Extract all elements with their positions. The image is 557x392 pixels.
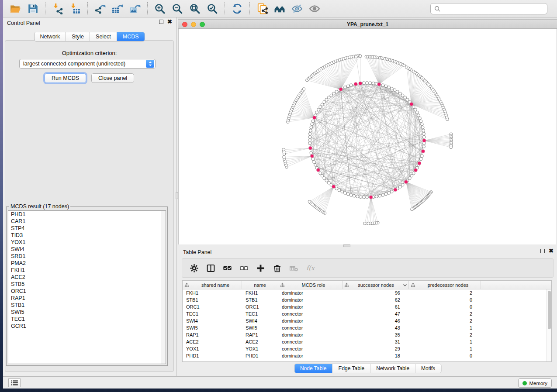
graph-node[interactable] [325, 98, 328, 101]
mcds-result-item[interactable]: TEC1 [8, 316, 166, 323]
mcds-result-item[interactable]: GCR1 [8, 323, 166, 330]
hide-panel-icon[interactable] [291, 2, 304, 15]
column-header-predecessor-nodes[interactable]: predecessor nodes [409, 281, 481, 289]
cell-shared-name[interactable]: ACE2 [183, 338, 242, 345]
graph-node[interactable] [355, 55, 358, 58]
export-table-icon[interactable] [111, 2, 124, 15]
graph-hub-node[interactable] [422, 139, 426, 142]
column-header-MCDS-role[interactable]: MCDS role [278, 281, 343, 289]
cell-shared-name[interactable]: SWI4 [183, 317, 242, 324]
preview-icon[interactable] [308, 2, 321, 15]
cell-shared-name[interactable]: PHD1 [183, 352, 242, 359]
search-input[interactable] [441, 4, 547, 14]
network-titlebar[interactable]: YPA_prune.txt_1 [178, 19, 557, 29]
graph-node[interactable] [308, 132, 311, 135]
cell-shared-name[interactable]: ORC1 [183, 303, 242, 310]
graph-node[interactable] [421, 126, 424, 129]
graph-node[interactable] [330, 94, 333, 97]
graph-node[interactable] [346, 193, 349, 196]
mcds-result-item[interactable]: YOX1 [8, 239, 166, 246]
close-panel-icon[interactable]: ✖ [167, 20, 172, 24]
mcds-result-item[interactable]: RAP1 [8, 295, 166, 302]
clone-network-icon[interactable] [256, 2, 269, 15]
graph-node[interactable] [308, 135, 311, 138]
table-row[interactable]: PHD1PHD1dominator180 [183, 352, 551, 359]
column-header-name[interactable]: name [242, 281, 278, 289]
float-panel-icon[interactable] [159, 20, 163, 24]
cell-predecessor-nodes[interactable]: 2 [409, 331, 481, 338]
graph-node[interactable] [390, 87, 393, 90]
zoom-in-icon[interactable] [153, 2, 166, 15]
tab-network[interactable]: Network [34, 32, 66, 41]
graph-node[interactable] [401, 183, 404, 186]
graph-node[interactable] [384, 85, 387, 88]
cell-name[interactable]: ACE2 [242, 338, 278, 345]
cell-MCDS-role[interactable]: dominator [278, 331, 343, 338]
table-row[interactable]: SWI4SWI4dominator462 [183, 317, 551, 324]
cell-name[interactable]: FKH1 [242, 289, 278, 296]
graph-node[interactable] [282, 148, 285, 151]
cell-shared-name[interactable]: STB1 [183, 296, 242, 303]
graph-node[interactable] [417, 114, 420, 117]
graph-node[interactable] [422, 135, 426, 138]
graph-node[interactable] [359, 55, 362, 58]
binoculars-icon[interactable] [273, 2, 286, 15]
cell-predecessor-nodes[interactable]: 2 [409, 310, 481, 317]
graph-node[interactable] [311, 120, 315, 123]
cell-successor-nodes[interactable]: 96 [343, 289, 409, 296]
refresh-icon[interactable] [231, 2, 244, 15]
graph-node[interactable] [349, 84, 353, 87]
graph-hub-node[interactable] [354, 83, 357, 86]
cell-predecessor-nodes[interactable]: 2 [409, 289, 481, 296]
graph-node[interactable] [406, 98, 409, 101]
tab-select[interactable]: Select [90, 32, 117, 41]
graph-hub-node[interactable] [394, 188, 397, 192]
graph-node[interactable] [408, 177, 411, 180]
graph-node[interactable] [393, 89, 396, 92]
graph-hub-node[interactable] [377, 83, 381, 86]
graph-node[interactable] [327, 96, 330, 99]
delete-icon[interactable] [273, 264, 282, 273]
graph-node[interactable] [356, 195, 359, 198]
cell-predecessor-nodes[interactable]: 1 [409, 345, 481, 352]
cell-MCDS-role[interactable]: connector [278, 338, 343, 345]
graph-node[interactable] [422, 132, 426, 135]
graph-node[interactable] [401, 94, 404, 97]
graph-node[interactable] [302, 88, 305, 91]
tab-network-table[interactable]: Network Table [370, 364, 415, 373]
graph-node[interactable] [398, 92, 401, 95]
cell-predecessor-nodes[interactable]: 2 [409, 317, 481, 324]
cell-successor-nodes[interactable]: 43 [343, 324, 409, 331]
cell-shared-name[interactable]: YOX1 [183, 345, 242, 352]
graph-node[interactable] [419, 120, 422, 123]
graph-hub-node[interactable] [308, 146, 312, 150]
zoom-out-icon[interactable] [171, 2, 184, 15]
table-row[interactable]: ACE2ACE2connector311 [183, 338, 551, 345]
cell-name[interactable]: RAP1 [242, 331, 278, 338]
graph-node[interactable] [390, 190, 393, 193]
graph-node[interactable] [309, 129, 312, 132]
mcds-result-item[interactable]: ORC1 [8, 288, 166, 295]
cell-MCDS-role[interactable]: connector [278, 345, 343, 352]
graph-node[interactable] [310, 126, 313, 129]
graph-node[interactable] [335, 90, 338, 93]
graph-node[interactable] [341, 190, 344, 193]
graph-node[interactable] [372, 82, 375, 85]
graph-hub-node[interactable] [369, 196, 373, 199]
graph-node[interactable] [410, 174, 413, 177]
graph-node[interactable] [421, 123, 424, 126]
table-row[interactable]: FKH1FKH1dominator962 [183, 289, 551, 296]
mcds-result-item[interactable]: SRD1 [8, 253, 166, 260]
graph-node[interactable] [415, 111, 419, 114]
graph-node[interactable] [308, 142, 311, 145]
graph-node[interactable] [366, 82, 369, 85]
tab-style[interactable]: Style [66, 32, 90, 41]
graph-node[interactable] [421, 155, 424, 158]
graph-hub-node[interactable] [422, 149, 425, 153]
graph-node[interactable] [450, 146, 453, 149]
mcds-result-item[interactable]: PMA2 [8, 260, 166, 267]
memory-button[interactable]: Memory [518, 378, 552, 388]
column-header-successor-nodes[interactable]: successor nodes [343, 281, 409, 289]
graph-node[interactable] [346, 85, 349, 88]
export-network-icon[interactable] [93, 2, 107, 15]
